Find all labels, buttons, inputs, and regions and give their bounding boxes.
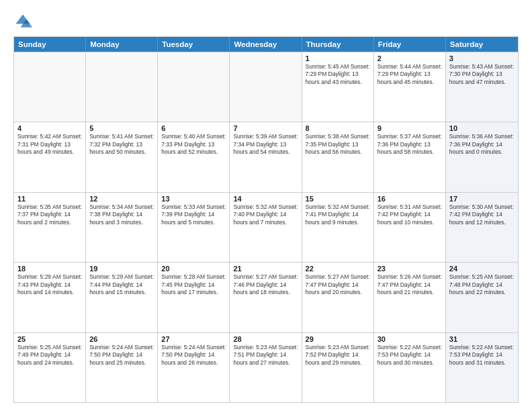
cell-info: Sunrise: 5:43 AM Sunset: 7:30 PM Dayligh… [449, 63, 515, 86]
day-number: 24 [449, 265, 515, 273]
cal-header-wednesday: Wednesday [230, 37, 302, 52]
cell-info: Sunrise: 5:29 AM Sunset: 7:44 PM Dayligh… [89, 273, 154, 296]
cal-cell-r2c3: 14Sunrise: 5:32 AM Sunset: 7:40 PM Dayli… [230, 193, 302, 262]
cal-cell-r1c6: 10Sunrise: 5:36 AM Sunset: 7:36 PM Dayli… [446, 122, 518, 191]
cell-info: Sunrise: 5:32 AM Sunset: 7:40 PM Dayligh… [233, 203, 298, 226]
cal-cell-r2c0: 11Sunrise: 5:35 AM Sunset: 7:37 PM Dayli… [14, 193, 86, 262]
day-number: 10 [449, 124, 515, 132]
calendar: SundayMondayTuesdayWednesdayThursdayFrid… [13, 36, 519, 403]
cal-header-monday: Monday [86, 37, 158, 52]
cell-info: Sunrise: 5:22 AM Sunset: 7:53 PM Dayligh… [449, 344, 515, 367]
cell-info: Sunrise: 5:32 AM Sunset: 7:41 PM Dayligh… [306, 203, 370, 226]
cal-cell-r0c1 [86, 52, 158, 122]
cal-cell-r0c2 [158, 52, 230, 122]
cal-cell-r4c2: 27Sunrise: 5:24 AM Sunset: 7:50 PM Dayli… [158, 333, 230, 402]
cell-info: Sunrise: 5:27 AM Sunset: 7:47 PM Dayligh… [306, 273, 370, 296]
cal-cell-r4c5: 30Sunrise: 5:22 AM Sunset: 7:53 PM Dayli… [374, 333, 446, 402]
cell-info: Sunrise: 5:40 AM Sunset: 7:33 PM Dayligh… [161, 133, 226, 156]
day-number: 14 [233, 195, 298, 203]
cal-cell-r2c6: 17Sunrise: 5:30 AM Sunset: 7:42 PM Dayli… [446, 193, 518, 262]
cal-cell-r4c1: 26Sunrise: 5:24 AM Sunset: 7:50 PM Dayli… [86, 333, 158, 402]
cal-row-2: 11Sunrise: 5:35 AM Sunset: 7:37 PM Dayli… [14, 192, 518, 262]
cal-header-tuesday: Tuesday [158, 37, 230, 52]
cell-info: Sunrise: 5:44 AM Sunset: 7:29 PM Dayligh… [378, 63, 442, 86]
cell-info: Sunrise: 5:29 AM Sunset: 7:43 PM Dayligh… [17, 273, 82, 296]
cal-cell-r2c1: 12Sunrise: 5:34 AM Sunset: 7:38 PM Dayli… [86, 193, 158, 262]
cell-info: Sunrise: 5:25 AM Sunset: 7:49 PM Dayligh… [17, 344, 82, 367]
cell-info: Sunrise: 5:41 AM Sunset: 7:32 PM Dayligh… [89, 133, 154, 156]
cell-info: Sunrise: 5:35 AM Sunset: 7:37 PM Dayligh… [17, 203, 82, 226]
day-number: 17 [449, 195, 515, 203]
cal-cell-r1c4: 8Sunrise: 5:38 AM Sunset: 7:35 PM Daylig… [302, 122, 374, 191]
cell-info: Sunrise: 5:36 AM Sunset: 7:36 PM Dayligh… [449, 133, 515, 156]
cal-cell-r0c6: 3Sunrise: 5:43 AM Sunset: 7:30 PM Daylig… [446, 52, 518, 122]
day-number: 19 [89, 265, 154, 273]
cell-info: Sunrise: 5:38 AM Sunset: 7:35 PM Dayligh… [306, 133, 370, 156]
cal-cell-r3c6: 24Sunrise: 5:25 AM Sunset: 7:48 PM Dayli… [446, 263, 518, 332]
cell-info: Sunrise: 5:22 AM Sunset: 7:53 PM Dayligh… [378, 344, 442, 367]
day-number: 22 [306, 265, 370, 273]
logo [13, 12, 35, 31]
day-number: 7 [233, 124, 298, 132]
day-number: 21 [233, 265, 298, 273]
day-number: 6 [161, 124, 226, 132]
logo-icon [13, 12, 32, 31]
day-number: 9 [378, 124, 442, 132]
day-number: 23 [378, 265, 442, 273]
cal-cell-r3c3: 21Sunrise: 5:27 AM Sunset: 7:46 PM Dayli… [230, 263, 302, 332]
cal-cell-r1c2: 6Sunrise: 5:40 AM Sunset: 7:33 PM Daylig… [158, 122, 230, 191]
cell-info: Sunrise: 5:39 AM Sunset: 7:34 PM Dayligh… [233, 133, 298, 156]
cal-cell-r4c0: 25Sunrise: 5:25 AM Sunset: 7:49 PM Dayli… [14, 333, 86, 402]
cal-header-saturday: Saturday [446, 37, 518, 52]
cal-row-1: 4Sunrise: 5:42 AM Sunset: 7:31 PM Daylig… [14, 122, 518, 191]
cal-cell-r2c2: 13Sunrise: 5:33 AM Sunset: 7:39 PM Dayli… [158, 193, 230, 262]
page: SundayMondayTuesdayWednesdayThursdayFrid… [0, 0, 532, 411]
cell-info: Sunrise: 5:42 AM Sunset: 7:31 PM Dayligh… [17, 133, 82, 156]
day-number: 11 [17, 195, 82, 203]
day-number: 26 [89, 335, 154, 343]
cell-info: Sunrise: 5:24 AM Sunset: 7:50 PM Dayligh… [161, 344, 226, 367]
day-number: 27 [161, 335, 226, 343]
cal-cell-r3c1: 19Sunrise: 5:29 AM Sunset: 7:44 PM Dayli… [86, 263, 158, 332]
cell-info: Sunrise: 5:45 AM Sunset: 7:29 PM Dayligh… [306, 63, 370, 86]
cal-cell-r1c3: 7Sunrise: 5:39 AM Sunset: 7:34 PM Daylig… [230, 122, 302, 191]
day-number: 25 [17, 335, 82, 343]
cal-header-thursday: Thursday [302, 37, 374, 52]
cal-cell-r3c4: 22Sunrise: 5:27 AM Sunset: 7:47 PM Dayli… [302, 263, 374, 332]
cell-info: Sunrise: 5:33 AM Sunset: 7:39 PM Dayligh… [161, 203, 226, 226]
cal-row-4: 25Sunrise: 5:25 AM Sunset: 7:49 PM Dayli… [14, 332, 518, 402]
day-number: 18 [17, 265, 82, 273]
cal-cell-r3c0: 18Sunrise: 5:29 AM Sunset: 7:43 PM Dayli… [14, 263, 86, 332]
cell-info: Sunrise: 5:25 AM Sunset: 7:48 PM Dayligh… [449, 273, 515, 296]
cell-info: Sunrise: 5:23 AM Sunset: 7:52 PM Dayligh… [306, 344, 370, 367]
cell-info: Sunrise: 5:37 AM Sunset: 7:36 PM Dayligh… [378, 133, 442, 156]
day-number: 29 [306, 335, 370, 343]
day-number: 15 [306, 195, 370, 203]
cell-info: Sunrise: 5:24 AM Sunset: 7:50 PM Dayligh… [89, 344, 154, 367]
day-number: 8 [306, 124, 370, 132]
cal-row-0: 1Sunrise: 5:45 AM Sunset: 7:29 PM Daylig… [14, 52, 518, 122]
cell-info: Sunrise: 5:28 AM Sunset: 7:45 PM Dayligh… [161, 273, 226, 296]
cell-info: Sunrise: 5:23 AM Sunset: 7:51 PM Dayligh… [233, 344, 298, 367]
cal-cell-r3c5: 23Sunrise: 5:26 AM Sunset: 7:47 PM Dayli… [374, 263, 446, 332]
day-number: 1 [306, 54, 370, 62]
cal-cell-r4c6: 31Sunrise: 5:22 AM Sunset: 7:53 PM Dayli… [446, 333, 518, 402]
day-number: 12 [89, 195, 154, 203]
day-number: 5 [89, 124, 154, 132]
cal-row-3: 18Sunrise: 5:29 AM Sunset: 7:43 PM Dayli… [14, 262, 518, 332]
cal-cell-r4c3: 28Sunrise: 5:23 AM Sunset: 7:51 PM Dayli… [230, 333, 302, 402]
cell-info: Sunrise: 5:26 AM Sunset: 7:47 PM Dayligh… [378, 273, 442, 296]
calendar-body: 1Sunrise: 5:45 AM Sunset: 7:29 PM Daylig… [14, 52, 518, 402]
day-number: 13 [161, 195, 226, 203]
day-number: 4 [17, 124, 82, 132]
day-number: 28 [233, 335, 298, 343]
cal-cell-r0c3 [230, 52, 302, 122]
cal-cell-r1c0: 4Sunrise: 5:42 AM Sunset: 7:31 PM Daylig… [14, 122, 86, 191]
cal-cell-r0c4: 1Sunrise: 5:45 AM Sunset: 7:29 PM Daylig… [302, 52, 374, 122]
day-number: 30 [378, 335, 442, 343]
cal-header-friday: Friday [374, 37, 446, 52]
cell-info: Sunrise: 5:31 AM Sunset: 7:42 PM Dayligh… [378, 203, 442, 226]
cell-info: Sunrise: 5:27 AM Sunset: 7:46 PM Dayligh… [233, 273, 298, 296]
cal-cell-r1c5: 9Sunrise: 5:37 AM Sunset: 7:36 PM Daylig… [374, 122, 446, 191]
cal-cell-r0c5: 2Sunrise: 5:44 AM Sunset: 7:29 PM Daylig… [374, 52, 446, 122]
